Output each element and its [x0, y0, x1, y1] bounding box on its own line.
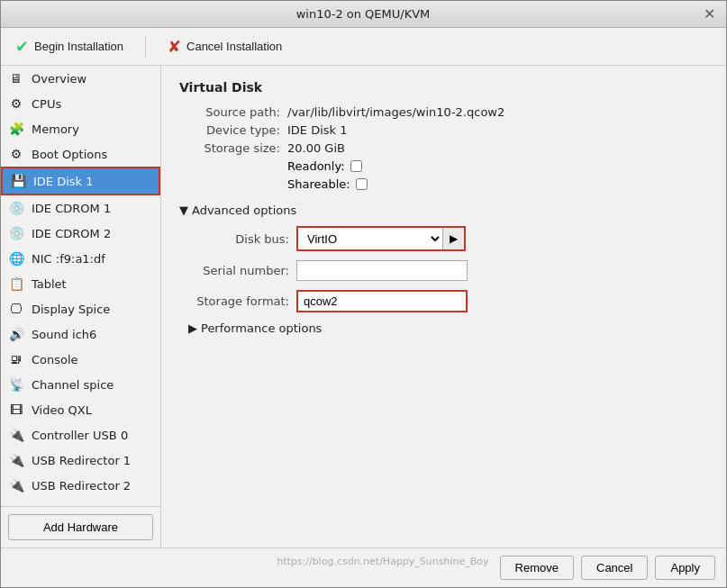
- ide-cdrom-2-icon: 💿: [8, 225, 24, 241]
- disk-bus-arrow[interactable]: ▶: [442, 228, 464, 249]
- sidebar-item-video-qxl[interactable]: 🎞 Video QXL: [1, 397, 160, 422]
- channel-spice-icon: 📡: [8, 376, 24, 393]
- remove-button[interactable]: Remove: [500, 556, 574, 580]
- storage-size-value: 20.00 GiB: [287, 141, 345, 155]
- sidebar-item-memory-label: Memory: [32, 122, 79, 136]
- sidebar-item-sound-ich6-label: Sound ich6: [32, 328, 96, 341]
- sidebar-item-tablet[interactable]: 📋 Tablet: [1, 271, 160, 296]
- sidebar-item-boot-options[interactable]: ⚙ Boot Options: [1, 141, 160, 167]
- readonly-checkbox[interactable]: [350, 160, 362, 172]
- disk-bus-label: Disk bus:: [188, 232, 296, 246]
- readonly-row: Readonly:: [287, 159, 708, 173]
- sidebar-item-usb-redirector-1-label: USB Redirector 1: [32, 454, 131, 467]
- sidebar-item-cpus[interactable]: ⚙ CPUs: [1, 91, 160, 116]
- device-type-row: Device type: IDE Disk 1: [179, 123, 708, 137]
- controller-usb-0-icon: 🔌: [8, 427, 24, 443]
- triangle-down-icon: ▼: [179, 204, 188, 217]
- cancel-icon: ✘: [168, 37, 181, 57]
- sidebar-item-sound-ich6[interactable]: 🔊 Sound ich6: [1, 321, 160, 347]
- check-icon: ✔: [15, 37, 29, 57]
- sidebar-item-console-label: Console: [32, 353, 78, 366]
- sidebar-item-ide-disk-1-label: IDE Disk 1: [33, 175, 94, 188]
- sidebar-item-nic[interactable]: 🌐 NIC :f9:a1:df: [1, 246, 160, 271]
- toolbar: ✔ Begin Installation ✘ Cancel Installati…: [1, 28, 726, 66]
- sidebar-item-overview-label: Overview: [32, 72, 86, 86]
- sidebar-item-usb-redirector-2[interactable]: 🔌 USB Redirector 2: [1, 473, 160, 498]
- storage-format-input[interactable]: [296, 290, 468, 312]
- serial-number-input[interactable]: [296, 260, 468, 281]
- serial-number-label: Serial number:: [188, 264, 296, 277]
- sidebar-item-channel-spice-label: Channel spice: [32, 378, 114, 392]
- ide-cdrom-1-icon: 💿: [8, 200, 24, 216]
- storage-size-row: Storage size: 20.00 GiB: [179, 141, 708, 155]
- sidebar-item-cpus-label: CPUs: [32, 97, 61, 111]
- overview-icon: 🖥: [8, 70, 24, 86]
- console-icon: 🖳: [8, 351, 24, 367]
- disk-bus-row: Disk bus: VirtIO IDE SATA SCSI ▶: [188, 226, 708, 251]
- sidebar-item-display-spice-label: Display Spice: [32, 303, 110, 316]
- footer: https://blog.csdn.net/Happy_Sunshine_Boy…: [1, 547, 726, 587]
- sidebar-item-ide-cdrom-2-label: IDE CDROM 2: [32, 227, 111, 240]
- sidebar-item-boot-options-label: Boot Options: [32, 148, 107, 161]
- disk-bus-select[interactable]: VirtIO IDE SATA SCSI: [298, 229, 442, 249]
- main-panel: Virtual Disk Source path: /var/lib/libvi…: [161, 66, 726, 547]
- sidebar-item-usb-redirector-2-label: USB Redirector 2: [32, 479, 131, 493]
- add-hardware-button[interactable]: Add Hardware: [8, 514, 153, 540]
- sidebar-footer: Add Hardware: [1, 506, 160, 547]
- shareable-label: Shareable:: [287, 177, 350, 191]
- apply-button[interactable]: Apply: [655, 556, 715, 580]
- sidebar-item-ide-cdrom-2[interactable]: 💿 IDE CDROM 2: [1, 221, 160, 246]
- sound-ich6-icon: 🔊: [8, 326, 24, 342]
- sidebar-item-channel-spice[interactable]: 📡 Channel spice: [1, 372, 160, 397]
- nic-icon: 🌐: [8, 250, 24, 267]
- sidebar-item-memory[interactable]: 🧩 Memory: [1, 116, 160, 141]
- window-title: win10-2 on QEMU/KVM: [26, 7, 700, 21]
- titlebar: win10-2 on QEMU/KVM ✕: [1, 1, 726, 28]
- sidebar-item-usb-redirector-1[interactable]: 🔌 USB Redirector 1: [1, 448, 160, 473]
- sidebar-item-ide-cdrom-1-label: IDE CDROM 1: [32, 202, 111, 215]
- performance-options-label: Performance options: [201, 321, 322, 335]
- sidebar-item-ide-disk-1[interactable]: 💾 IDE Disk 1: [1, 167, 160, 195]
- close-button[interactable]: ✕: [700, 5, 719, 23]
- sidebar-item-tablet-label: Tablet: [32, 277, 67, 291]
- section-title: Virtual Disk: [179, 80, 708, 95]
- ide-disk-1-icon: 💾: [10, 173, 26, 189]
- readonly-label: Readonly:: [287, 159, 345, 173]
- performance-options-toggle[interactable]: ▶ Performance options: [188, 321, 708, 335]
- usb-redirector-2-icon: 🔌: [8, 477, 24, 493]
- boot-options-icon: ⚙: [8, 146, 24, 162]
- storage-format-label: Storage format:: [188, 294, 296, 308]
- sidebar-item-overview[interactable]: 🖥 Overview: [1, 66, 160, 91]
- sidebar-item-controller-usb-0[interactable]: 🔌 Controller USB 0: [1, 422, 160, 448]
- cancel-installation-button[interactable]: ✘ Cancel Installation: [160, 33, 289, 60]
- cancel-button[interactable]: Cancel: [581, 556, 648, 580]
- advanced-options-label: Advanced options: [192, 204, 296, 217]
- toolbar-separator: [145, 36, 146, 58]
- shareable-row: Shareable:: [287, 177, 708, 191]
- advanced-section: ▼ Advanced options Disk bus: VirtIO IDE …: [179, 204, 708, 335]
- memory-icon: 🧩: [8, 121, 24, 137]
- disk-bus-wrapper: VirtIO IDE SATA SCSI ▶: [296, 226, 466, 251]
- video-qxl-icon: 🎞: [8, 402, 24, 418]
- main-window: win10-2 on QEMU/KVM ✕ ✔ Begin Installati…: [0, 0, 727, 588]
- sidebar-item-controller-usb-0-label: Controller USB 0: [32, 429, 128, 442]
- serial-number-row: Serial number:: [188, 260, 708, 281]
- sidebar-item-console[interactable]: 🖳 Console: [1, 347, 160, 372]
- source-path-value: /var/lib/libvirt/images/win10-2.qcow2: [287, 105, 504, 119]
- device-type-label: Device type:: [179, 123, 287, 137]
- content-area: 🖥 Overview ⚙ CPUs 🧩 Memory ⚙ Boot Option…: [1, 66, 726, 547]
- tablet-icon: 📋: [8, 276, 24, 292]
- sidebar-item-ide-cdrom-1[interactable]: 💿 IDE CDROM 1: [1, 195, 160, 221]
- sidebar: 🖥 Overview ⚙ CPUs 🧩 Memory ⚙ Boot Option…: [1, 66, 161, 547]
- storage-format-row: Storage format:: [188, 290, 708, 312]
- shareable-checkbox[interactable]: [356, 178, 368, 190]
- display-spice-icon: 🖵: [8, 301, 24, 317]
- triangle-right-icon: ▶: [188, 321, 197, 335]
- usb-redirector-1-icon: 🔌: [8, 452, 24, 468]
- advanced-options-toggle[interactable]: ▼ Advanced options: [179, 204, 708, 217]
- sidebar-item-video-qxl-label: Video QXL: [32, 403, 92, 417]
- source-path-row: Source path: /var/lib/libvirt/images/win…: [179, 105, 708, 119]
- sidebar-item-display-spice[interactable]: 🖵 Display Spice: [1, 296, 160, 321]
- sidebar-item-nic-label: NIC :f9:a1:df: [32, 252, 105, 266]
- begin-installation-button[interactable]: ✔ Begin Installation: [8, 33, 131, 60]
